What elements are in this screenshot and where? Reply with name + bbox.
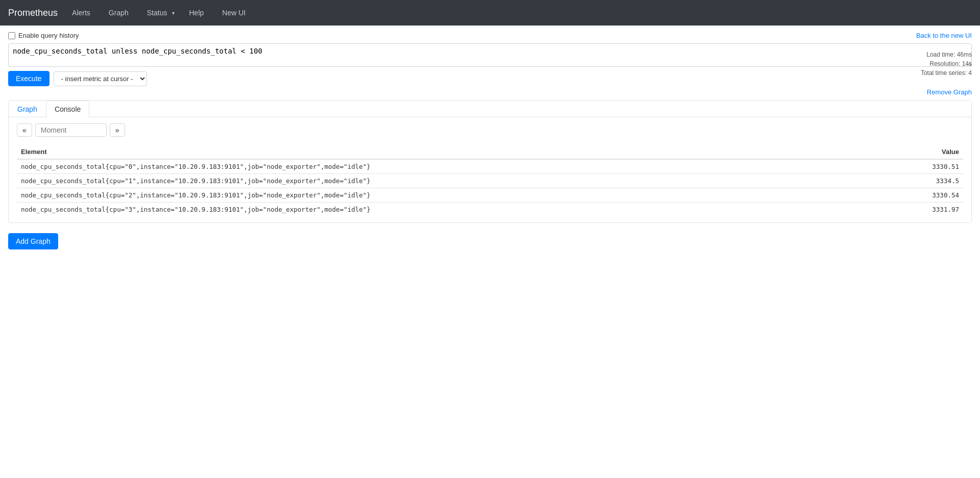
table-row: node_cpu_seconds_total{cpu="2",instance=… bbox=[17, 188, 963, 203]
results-table: Element Value node_cpu_seconds_total{cpu… bbox=[17, 145, 963, 216]
remove-graph-container: Remove Graph bbox=[8, 88, 972, 96]
query-input[interactable] bbox=[8, 43, 972, 67]
total-series-row: Total time series: 4 bbox=[921, 68, 972, 78]
query-container bbox=[8, 43, 972, 67]
tab-graph[interactable]: Graph bbox=[9, 100, 46, 117]
load-time-value: 46ms bbox=[957, 51, 972, 58]
resolution-label: Resolution: bbox=[929, 60, 960, 67]
moment-input[interactable] bbox=[35, 123, 107, 137]
graph-nav-link[interactable]: Graph bbox=[105, 7, 133, 19]
table-row: node_cpu_seconds_total{cpu="3",instance=… bbox=[17, 203, 963, 217]
add-graph-button[interactable]: Add Graph bbox=[8, 233, 58, 249]
value-cell: 3330.54 bbox=[879, 188, 964, 203]
enable-history-checkbox[interactable] bbox=[8, 32, 15, 39]
load-time-row: Load time: 46ms bbox=[921, 50, 972, 59]
alerts-link[interactable]: Alerts bbox=[68, 7, 94, 19]
prev-time-button[interactable]: « bbox=[17, 123, 32, 137]
status-dropdown[interactable]: Status ▾ bbox=[143, 7, 175, 19]
tab-console[interactable]: Console bbox=[46, 100, 89, 117]
new-ui-link[interactable]: New UI bbox=[218, 7, 250, 19]
dropdown-arrow-icon: ▾ bbox=[172, 10, 175, 16]
resolution-value: 14s bbox=[962, 60, 972, 67]
info-panel: Load time: 46ms Resolution: 14s Total ti… bbox=[921, 50, 972, 78]
value-cell: 3334.5 bbox=[879, 174, 964, 188]
element-column-header: Element bbox=[17, 145, 879, 159]
tabs-container: Graph Console bbox=[9, 100, 971, 117]
console-controls: « » bbox=[17, 123, 963, 137]
element-cell: node_cpu_seconds_total{cpu="1",instance=… bbox=[17, 174, 879, 188]
value-column-header: Value bbox=[879, 145, 964, 159]
tab-content: « » Element Value node_cpu_seconds_total… bbox=[9, 117, 971, 222]
element-cell: node_cpu_seconds_total{cpu="2",instance=… bbox=[17, 188, 879, 203]
metric-insert-select[interactable]: - insert metric at cursor - bbox=[54, 71, 147, 86]
main-content: Enable query history Back to the new UI … bbox=[0, 26, 980, 256]
next-time-button[interactable]: » bbox=[110, 123, 125, 137]
controls-row: Execute - insert metric at cursor - bbox=[8, 71, 972, 86]
enable-history-container: Enable query history bbox=[8, 32, 79, 39]
element-cell: node_cpu_seconds_total{cpu="3",instance=… bbox=[17, 203, 879, 217]
enable-history-label: Enable query history bbox=[18, 32, 79, 39]
total-series-label: Total time series: bbox=[921, 69, 967, 77]
brand-logo[interactable]: Prometheus bbox=[8, 8, 58, 18]
execute-button[interactable]: Execute bbox=[8, 71, 50, 86]
element-cell: node_cpu_seconds_total{cpu="0",instance=… bbox=[17, 159, 879, 174]
table-row: node_cpu_seconds_total{cpu="0",instance=… bbox=[17, 159, 963, 174]
value-cell: 3330.51 bbox=[879, 159, 964, 174]
resolution-row: Resolution: 14s bbox=[921, 59, 972, 68]
status-link[interactable]: Status bbox=[143, 7, 172, 19]
top-bar: Enable query history Back to the new UI bbox=[8, 32, 972, 39]
back-to-new-ui-link[interactable]: Back to the new UI bbox=[916, 32, 972, 39]
load-time-label: Load time: bbox=[926, 51, 955, 58]
help-link[interactable]: Help bbox=[185, 7, 208, 19]
remove-graph-link[interactable]: Remove Graph bbox=[927, 88, 972, 96]
graph-section: Graph Console « » Element Value nod bbox=[8, 100, 972, 223]
value-cell: 3331.97 bbox=[879, 203, 964, 217]
table-header-row: Element Value bbox=[17, 145, 963, 159]
total-series-value: 4 bbox=[968, 69, 972, 77]
table-row: node_cpu_seconds_total{cpu="1",instance=… bbox=[17, 174, 963, 188]
navbar: Prometheus Alerts Graph Status ▾ Help Ne… bbox=[0, 0, 980, 26]
